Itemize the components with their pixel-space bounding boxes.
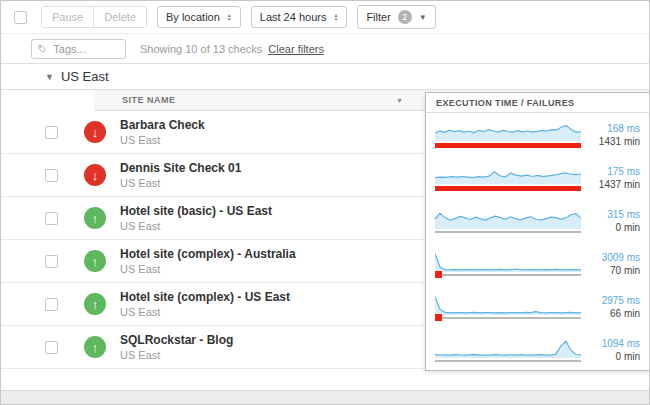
panel-row: 3009 ms 70 min	[426, 242, 649, 285]
response-time-sparkline	[435, 121, 581, 141]
execution-time-panel: EXECUTION TIME / FAILURES 168 ms 1431 mi…	[425, 92, 650, 371]
metrics: 315 ms 0 min	[590, 208, 640, 234]
metrics: 2975 ms 66 min	[590, 294, 640, 320]
response-time-sparkline	[435, 164, 581, 184]
row-checkbox[interactable]	[45, 255, 58, 268]
downtime-value: 70 min	[590, 264, 640, 277]
sparkline-chart	[435, 295, 581, 319]
downtime-value: 66 min	[590, 307, 640, 320]
metrics: 3009 ms 70 min	[590, 251, 640, 277]
site-info: Hotel site (complex) - Australia US East	[120, 247, 296, 276]
site-name[interactable]: Hotel site (complex) - Australia	[120, 247, 296, 262]
status-icon: ↑	[84, 250, 106, 272]
site-info: Hotel site (basic) - US East US East	[120, 204, 272, 233]
metrics: 175 ms 1437 min	[590, 165, 640, 191]
site-location: US East	[120, 176, 241, 190]
site-location: US East	[120, 305, 290, 319]
status-icon: ↓	[84, 164, 106, 186]
failure-bar	[435, 360, 581, 362]
site-info: SQLRockstar - Blog US East	[120, 333, 233, 362]
footer-strip	[1, 390, 649, 404]
site-name[interactable]: Hotel site (basic) - US East	[120, 204, 272, 219]
panel-row: 168 ms 1431 min	[426, 113, 649, 156]
site-location: US East	[120, 262, 296, 276]
filter-dropdown[interactable]: Filter 2 ▼	[357, 5, 435, 29]
response-time-value: 1094 ms	[590, 337, 640, 350]
group-header-us-east[interactable]: ▼ US East	[1, 64, 649, 90]
site-name[interactable]: Hotel site (complex) - US East	[120, 290, 290, 305]
site-name[interactable]: Barbara Check	[120, 118, 205, 133]
tag-icon	[38, 44, 46, 54]
filter-label: Filter	[366, 11, 390, 23]
panel-row: 315 ms 0 min	[426, 199, 649, 242]
metrics: 168 ms 1431 min	[590, 122, 640, 148]
downtime-value: 0 min	[590, 221, 640, 234]
tags-input[interactable]	[51, 42, 119, 56]
delete-button[interactable]: Delete	[93, 7, 146, 27]
failure-bar	[435, 274, 581, 276]
response-time-value: 3009 ms	[590, 251, 640, 264]
collapse-triangle-icon: ▼	[45, 72, 54, 82]
row-checkbox[interactable]	[45, 341, 58, 354]
group-name: US East	[61, 69, 109, 84]
status-icon: ↑	[84, 336, 106, 358]
response-time-sparkline	[435, 295, 581, 315]
site-location: US East	[120, 133, 205, 147]
site-name[interactable]: SQLRockstar - Blog	[120, 333, 233, 348]
updown-arrows-icon: ▲▼	[333, 13, 338, 21]
time-range-label: Last 24 hours	[260, 11, 327, 23]
panel-row: 1094 ms 0 min	[426, 328, 649, 371]
row-checkbox[interactable]	[45, 126, 58, 139]
execution-time-panel-body: 168 ms 1431 min 175 ms 1437 min 315 ms 0…	[426, 113, 649, 371]
site-name[interactable]: Dennis Site Check 01	[120, 161, 241, 176]
site-location: US East	[120, 219, 272, 233]
failure-bar	[435, 231, 581, 233]
chevron-down-icon: ▼	[419, 13, 427, 22]
row-checkbox[interactable]	[45, 212, 58, 225]
tags-input-box[interactable]	[31, 39, 126, 59]
pause-button[interactable]: Pause	[42, 7, 93, 27]
select-all-checkbox[interactable]	[14, 11, 27, 24]
sort-icon[interactable]: ▼	[396, 97, 403, 104]
response-time-value: 2975 ms	[590, 294, 640, 307]
row-checkbox[interactable]	[45, 298, 58, 311]
filter-count-badge: 2	[398, 10, 412, 24]
failure-bar	[435, 186, 581, 191]
time-range-dropdown[interactable]: Last 24 hours ▲▼	[251, 6, 348, 28]
status-icon: ↓	[84, 121, 106, 143]
panel-row: 2975 ms 66 min	[426, 285, 649, 328]
downtime-value: 1437 min	[590, 178, 640, 191]
site-info: Hotel site (complex) - US East US East	[120, 290, 290, 319]
sparkline-chart	[435, 209, 581, 233]
sparkline-chart	[435, 164, 581, 191]
execution-time-panel-header: EXECUTION TIME / FAILURES	[426, 93, 649, 113]
response-time-sparkline	[435, 252, 581, 272]
metrics: 1094 ms 0 min	[590, 337, 640, 363]
status-icon: ↑	[84, 207, 106, 229]
response-time-sparkline	[435, 338, 581, 358]
row-checkbox[interactable]	[45, 169, 58, 182]
response-time-value: 315 ms	[590, 208, 640, 221]
status-icon: ↑	[84, 293, 106, 315]
downtime-value: 1431 min	[590, 135, 640, 148]
clear-filters-link[interactable]: Clear filters	[268, 43, 324, 55]
toolbar: Pause Delete By location ▲▼ Last 24 hour…	[1, 1, 649, 34]
filter-bar: Showing 10 of 13 checks Clear filters	[1, 34, 649, 64]
group-by-location-label: By location	[166, 11, 220, 23]
panel-row: 175 ms 1437 min	[426, 156, 649, 199]
updown-arrows-icon: ▲▼	[227, 13, 232, 21]
site-info: Barbara Check US East	[120, 118, 205, 147]
response-time-value: 175 ms	[590, 165, 640, 178]
monitoring-dashboard: Pause Delete By location ▲▼ Last 24 hour…	[0, 0, 650, 405]
site-location: US East	[120, 348, 233, 362]
site-info: Dennis Site Check 01 US East	[120, 161, 241, 190]
downtime-value: 0 min	[590, 350, 640, 363]
sparkline-chart	[435, 252, 581, 276]
group-by-location-dropdown[interactable]: By location ▲▼	[157, 6, 241, 28]
bulk-actions-group: Pause Delete	[41, 6, 147, 28]
site-name-column-header[interactable]: SITE NAME	[122, 95, 176, 105]
failure-bar	[435, 317, 581, 319]
response-time-value: 168 ms	[590, 122, 640, 135]
response-time-sparkline	[435, 209, 581, 229]
sparkline-chart	[435, 121, 581, 148]
